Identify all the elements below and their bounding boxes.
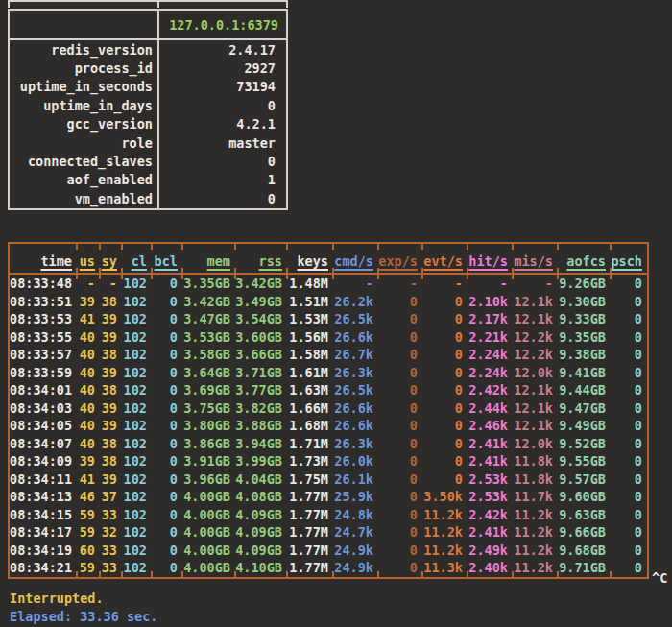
stats-row: 08:34:05403910203.80GB3.88GB1.68M26.6k00… (10, 417, 647, 435)
stats-cell-time: 08:34:19 (10, 542, 77, 560)
stats-cell-aofcs: 9.71GB (558, 559, 611, 577)
stats-cell-cmd-s: 24.7k (333, 523, 378, 542)
stats-table-body: 08:33:48--10203.35GB3.42GB1.48M-----9.26… (10, 275, 647, 577)
stats-cell-exp-s: 0 (378, 293, 422, 311)
stats-cell-evt-s: - (422, 275, 468, 293)
stats-cell-time: 08:34:13 (10, 488, 77, 506)
stats-cell-exp-s: 0 (378, 399, 422, 418)
border-tick (151, 268, 153, 279)
info-table-header-row: 127.0.0.1:6379 (10, 11, 286, 40)
stats-cell-mem: 3.86GB (182, 435, 235, 453)
stats-cell-aofcs: 9.30GB (558, 293, 611, 311)
stats-cell-mem: 3.53GB (182, 328, 235, 347)
stats-cell-mis-s: 11.2k (513, 523, 558, 542)
stats-column-header-mis-s: mis/s (513, 253, 558, 269)
stats-cell-hit-s: 2.41k (468, 435, 513, 453)
stats-cell-cl: 102 (122, 381, 152, 399)
stats-cell-time: 08:33:57 (10, 346, 77, 364)
border-tick (467, 571, 468, 577)
stats-cell-time: 08:33:51 (10, 293, 77, 311)
stats-row: 08:34:17593210204.00GB4.09GB1.77M24.7k01… (10, 523, 647, 542)
stats-cell-rss: 4.09GB (235, 506, 287, 524)
stats-cell-keys: 1.75M (287, 470, 333, 489)
stats-cell-evt-s: 0 (422, 399, 468, 418)
stats-cell-sy: 39 (100, 328, 122, 347)
stats-cell-keys: 1.77M (287, 506, 333, 524)
stats-cell-mis-s: 12.2k (513, 346, 558, 364)
info-label: uptime_in_days (10, 96, 159, 114)
terminal-window: 127.0.0.1:6379 redis_version2.4.17proces… (0, 0, 672, 627)
stats-cell-exp-s: 0 (378, 364, 422, 382)
stats-cell-psch: 0 (611, 488, 647, 506)
stats-cell-exp-s: 0 (378, 381, 422, 399)
stats-cell-psch: 0 (611, 381, 647, 399)
stats-cell-aofcs: 9.38GB (558, 346, 611, 364)
stats-cell-exp-s: 0 (378, 542, 422, 560)
border-tick (512, 244, 514, 250)
stats-cell-bcl: 0 (152, 488, 182, 506)
stats-cell-exp-s: 0 (378, 470, 422, 489)
stats-cell-us: 39 (77, 293, 100, 311)
stats-cell-evt-s: 0 (422, 346, 468, 364)
stats-column-header-cl: cl (122, 253, 152, 269)
stats-column-header-rss: rss (235, 253, 287, 269)
border-tick (467, 244, 468, 250)
info-row-redis_version: redis_version2.4.17 (10, 40, 286, 59)
stats-cell-keys: 1.77M (287, 488, 333, 506)
stats-cell-psch: 0 (611, 328, 647, 347)
stats-cell-bcl: 0 (152, 435, 182, 453)
stats-cell-rss: 3.42GB (235, 275, 287, 293)
info-row-aof_enabled: aof_enabled1 (10, 171, 286, 189)
stats-cell-keys: 1.77M (287, 523, 333, 542)
interrupted-message: Interrupted. (10, 591, 104, 606)
stats-cell-keys: 1.73M (287, 452, 333, 470)
stats-cell-us: 40 (77, 346, 100, 364)
info-value: 4.2.1 (159, 116, 286, 132)
stats-cell-hit-s: 2.10k (468, 293, 513, 311)
border-tick (557, 244, 559, 250)
redis-host-header: 127.0.0.1:6379 (159, 17, 286, 33)
stats-cell-cl: 102 (122, 346, 152, 364)
info-label: connected_slaves (10, 152, 159, 170)
stats-cell-rss: 3.54GB (235, 310, 287, 328)
stats-row: 08:33:48--10203.35GB3.42GB1.48M-----9.26… (10, 275, 647, 293)
stats-cell-us: 40 (77, 381, 100, 399)
stats-row: 08:34:11413910203.96GB4.04GB1.75M26.1k00… (10, 470, 647, 489)
stats-cell-mis-s: 12.0k (513, 435, 558, 453)
border-tick (76, 268, 78, 279)
border-tick (512, 268, 514, 279)
stats-cell-us: 40 (77, 435, 100, 453)
stats-cell-mem: 4.00GB (182, 506, 235, 524)
stats-cell-aofcs: 9.44GB (558, 381, 611, 399)
stats-cell-mem: 3.75GB (182, 399, 235, 418)
stats-cell-psch: 0 (611, 417, 647, 435)
stats-cell-mem: 3.69GB (182, 381, 235, 399)
stats-cell-cl: 102 (122, 559, 152, 577)
info-row-role: rolemaster (10, 133, 286, 152)
stats-cell-evt-s: 0 (422, 470, 468, 489)
stats-header-row: timeussyclbclmemrsskeyscmd/sexp/sevt/shi… (10, 244, 647, 273)
border-tick (121, 268, 123, 279)
stats-cell-mem: 3.47GB (182, 310, 235, 328)
stats-cell-aofcs: 9.49GB (558, 417, 611, 435)
stats-cell-psch: 0 (611, 470, 647, 489)
stats-cell-bcl: 0 (152, 523, 182, 542)
stats-cell-rss: 3.60GB (235, 328, 287, 347)
stats-cell-bcl: 0 (152, 452, 182, 470)
stats-cell-rss: 4.10GB (235, 559, 287, 577)
border-tick (99, 571, 101, 577)
stats-cell-mem: 3.91GB (182, 452, 235, 470)
stats-cell-cl: 102 (122, 542, 152, 560)
stats-cell-bcl: 0 (152, 328, 182, 347)
stats-cell-mis-s: 12.1k (513, 417, 558, 435)
stats-cell-us: 40 (77, 417, 100, 435)
info-row-uptime_in_days: uptime_in_days0 (10, 96, 286, 114)
stats-cell-keys: 1.51M (287, 293, 333, 311)
info-row-connected_slaves: connected_slaves0 (10, 152, 286, 170)
stats-cell-hit-s: 2.53k (468, 488, 513, 506)
info-value: 0 (159, 98, 286, 113)
stats-cell-sy: 32 (100, 523, 122, 542)
stats-cell-keys: 1.77M (287, 542, 333, 560)
stats-cell-cl: 102 (122, 293, 152, 311)
stats-cell-rss: 3.82GB (235, 399, 287, 418)
